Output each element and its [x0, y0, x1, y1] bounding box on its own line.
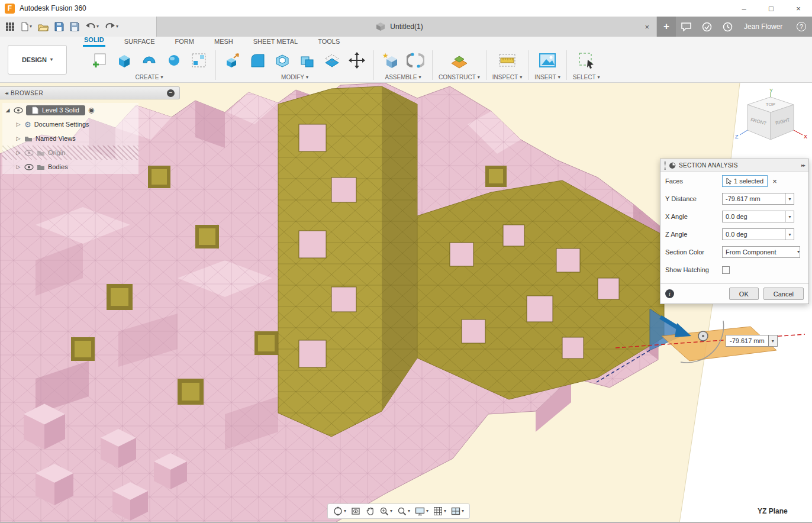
viewcube-cube[interactable]: TOP FRONT RIGHT [747, 97, 794, 140]
expander-closed-icon[interactable]: ▷ [15, 164, 21, 170]
look-at-icon[interactable] [349, 505, 362, 517]
browser-header[interactable]: ◂◂ BROWSER − [0, 86, 180, 99]
eye-hidden-icon[interactable] [24, 150, 34, 156]
comments-icon[interactable] [676, 17, 697, 37]
section-distance-value[interactable]: -79.617 mm [726, 335, 769, 347]
measure-icon[interactable] [497, 49, 518, 72]
document-tab[interactable]: Untitled(1) × [156, 17, 657, 37]
cancel-button[interactable]: Cancel [763, 288, 804, 300]
close-button[interactable]: × [785, 0, 812, 17]
viewcube[interactable]: TOP FRONT RIGHT Y X Z [734, 89, 810, 161]
display-mode-icon[interactable]: − [167, 89, 175, 97]
shell-icon[interactable] [272, 49, 293, 72]
show-hatching-checkbox[interactable] [722, 266, 730, 274]
eye-icon[interactable] [14, 107, 23, 114]
expander-open-icon[interactable]: ◢ [5, 107, 11, 113]
move-icon[interactable] [346, 49, 368, 72]
tab-sheet-metal[interactable]: SHEET METAL [252, 37, 299, 47]
new-tab-button[interactable]: + [657, 17, 676, 37]
collapse-browser-icon[interactable]: ◂◂ [5, 91, 7, 96]
expand-dialog-icon[interactable]: ▸▸ [801, 163, 805, 168]
z-angle-input[interactable]: 0.0 deg ▾ [722, 228, 794, 240]
tab-solid[interactable]: SOLID [83, 35, 105, 47]
viewports-icon[interactable]: ▾ [449, 506, 466, 516]
joint-icon[interactable] [405, 49, 426, 72]
group-label-select[interactable]: SELECT▾ [573, 74, 600, 80]
insert-image-icon[interactable] [537, 49, 558, 72]
revolve-icon[interactable] [138, 49, 160, 72]
group-label-modify[interactable]: MODIFY▾ [281, 74, 308, 80]
tree-row-named-views[interactable]: ▷ Named Views [2, 131, 138, 146]
tab-surface[interactable]: SURFACE [123, 37, 156, 47]
faces-selection-box[interactable]: 1 selected [722, 175, 768, 187]
eye-icon[interactable] [24, 164, 34, 170]
minimize-button[interactable]: – [730, 0, 758, 17]
extrude-icon[interactable] [114, 49, 135, 72]
y-distance-input[interactable]: -79.617 mm ▾ [722, 193, 794, 205]
create-sketch-icon[interactable] [89, 49, 110, 72]
viewport-canvas[interactable]: ◂◂ BROWSER − ◢ Level 3 Solid ◉ ▷ ⚙ [0, 83, 812, 523]
folder-icon [37, 164, 45, 170]
dialog-drag-handle[interactable] [664, 162, 666, 170]
redo-icon[interactable]: ▾ [103, 21, 120, 33]
tree-row-document-settings[interactable]: ▷ ⚙ Document Settings [2, 117, 138, 131]
group-label-create[interactable]: CREATE▾ [136, 74, 163, 80]
group-label-inspect[interactable]: INSPECT▾ [492, 74, 522, 80]
info-icon[interactable]: i [665, 289, 674, 298]
data-panel-grid-icon[interactable] [4, 20, 17, 33]
tree-row-root[interactable]: ◢ Level 3 Solid ◉ [2, 103, 138, 117]
export-icon[interactable] [68, 20, 81, 33]
clear-selection-icon[interactable]: × [772, 177, 777, 186]
chevron-down-icon[interactable]: ▾ [785, 211, 794, 222]
tab-tools[interactable]: TOOLS [317, 37, 341, 47]
sweep-icon[interactable] [163, 49, 185, 72]
group-label-assemble[interactable]: ASSEMBLE▾ [385, 74, 421, 80]
chevron-down-icon[interactable]: ▾ [769, 335, 778, 347]
new-component-icon[interactable]: ★ [380, 49, 401, 72]
fillet-icon[interactable] [247, 49, 268, 72]
window-controls: – □ × [730, 0, 812, 17]
group-label-construct[interactable]: CONSTRUCT▾ [439, 74, 480, 80]
display-settings-icon[interactable]: ▾ [413, 506, 430, 517]
fit-icon[interactable]: ▾ [395, 505, 412, 517]
construct-plane-icon[interactable] [449, 49, 470, 72]
offset-face-icon[interactable] [321, 49, 343, 72]
chevron-down-icon[interactable]: ▾ [785, 229, 794, 240]
select-icon[interactable] [576, 49, 597, 72]
section-color-select[interactable]: From Component ▾ [722, 246, 800, 258]
root-component-pill[interactable]: Level 3 Solid [26, 105, 85, 115]
ok-button[interactable]: OK [729, 288, 759, 300]
job-status-icon[interactable] [697, 17, 717, 37]
user-account-button[interactable]: Jean Flower [738, 22, 788, 31]
pattern-icon[interactable] [188, 49, 210, 72]
save-icon[interactable] [53, 20, 66, 33]
workspace-selector[interactable]: DESIGN ▾ [8, 45, 67, 75]
dialog-header[interactable]: SECTION ANALYSIS ▸▸ [660, 159, 808, 172]
chevron-down-icon[interactable]: ▾ [797, 250, 800, 254]
x-angle-input[interactable]: 0.0 deg ▾ [722, 211, 794, 222]
expander-closed-icon[interactable]: ▷ [15, 135, 21, 141]
help-icon[interactable]: ? [797, 22, 806, 31]
tab-mesh[interactable]: MESH [213, 37, 234, 47]
file-menu-icon[interactable]: ▾ [19, 20, 34, 33]
tree-row-bodies[interactable]: ▷ Bodies [2, 160, 138, 174]
tab-form[interactable]: FORM [174, 37, 195, 47]
open-icon[interactable] [36, 21, 50, 33]
section-distance-field[interactable]: -79.617 mm ▾ [726, 335, 778, 347]
orbit-icon[interactable]: ▾ [331, 505, 348, 517]
combine-icon[interactable] [297, 49, 318, 72]
tree-row-origin[interactable]: ▷ Origin [2, 146, 138, 160]
undo-icon[interactable]: ▾ [83, 21, 101, 33]
expander-closed-icon[interactable]: ▷ [15, 121, 21, 127]
grid-snap-icon[interactable]: ▾ [431, 505, 448, 517]
close-document-icon[interactable]: × [642, 21, 652, 33]
press-pull-icon[interactable] [222, 49, 243, 72]
activate-component-icon[interactable]: ◉ [88, 106, 94, 114]
notifications-clock-icon[interactable] [717, 17, 738, 37]
group-label-insert[interactable]: INSERT▾ [534, 74, 560, 80]
expander-closed-icon[interactable]: ▷ [15, 150, 21, 156]
chevron-down-icon[interactable]: ▾ [785, 193, 794, 204]
zoom-icon[interactable]: ▾ [378, 505, 394, 517]
maximize-button[interactable]: □ [758, 0, 785, 17]
pan-icon[interactable] [363, 505, 376, 517]
